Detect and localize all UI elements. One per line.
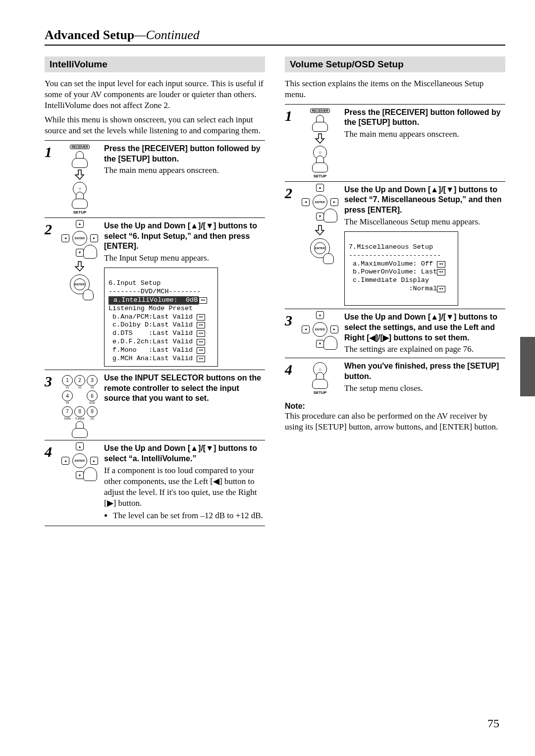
- step-instruction: Use the INPUT SELECTOR buttons on the re…: [104, 373, 265, 404]
- intro-para-2: While this menu is shown onscreen, you c…: [45, 114, 265, 136]
- header-title: Advanced Setup: [45, 28, 134, 42]
- left-step-1: 1 RECEIVER ○ SETUP Press the [RECEIVER: [45, 140, 265, 215]
- enter-button-icon: ENTER: [72, 453, 87, 468]
- step-icon-setup: ○ SETUP: [298, 361, 342, 395]
- page-number: 75: [487, 717, 499, 730]
- setup-label: SETUP: [314, 174, 327, 178]
- step-icon-receiver-setup: RECEIVER ○ SETUP: [298, 108, 342, 178]
- step-icon-receiver-setup: RECEIVER ○ SETUP: [57, 144, 102, 215]
- step-icon-dpad-enter: ▴ ▾ ◂ ▸ ENTER ENTER: [298, 185, 342, 259]
- step-number: 4: [45, 443, 57, 459]
- dpad-icon: ▴ ▾ ◂ ▸ ENTER: [305, 314, 335, 345]
- arrow-down-icon: [74, 261, 85, 271]
- page: Advanced Setup—Continued IntelliVolume Y…: [0, 0, 535, 546]
- step-number: 1: [45, 144, 57, 160]
- step-number: 4: [285, 361, 298, 377]
- left-step-4: 4 ▴ ▾ ◂ ▸ ENTER Use the Up and Down [▲]/…: [45, 440, 265, 526]
- lcd-misc-setup: 7.Miscellaneous Setup ------------------…: [344, 231, 458, 306]
- hand-icon: [72, 151, 88, 167]
- step-icon-dpad: ▴ ▾ ◂ ▸ ENTER: [298, 312, 342, 346]
- right-step-2: 2 ▴ ▾ ◂ ▸ ENTER: [285, 181, 505, 306]
- right-column: Volume Setup/OSD Setup This section expl…: [285, 56, 505, 526]
- step-bullets: The level can be set from –12 dB to +12 …: [104, 511, 265, 521]
- step-number: 2: [45, 221, 57, 237]
- right-step-3: 3 ▴ ▾ ◂ ▸ ENTER Use the Up and Down [▲]/…: [285, 309, 505, 355]
- dpad-icon: ▴ ▾ ◂ ▸ ENTER: [64, 445, 95, 476]
- step-number: 1: [285, 108, 298, 123]
- enter-icon: ENTER: [310, 238, 330, 258]
- hand-icon: [83, 245, 97, 259]
- enter-button-icon: ENTER: [72, 231, 87, 246]
- step-detail: The main menu appears onscreen.: [104, 165, 265, 176]
- arrow-down-icon: [315, 133, 325, 144]
- step-number: 3: [285, 312, 298, 328]
- step-detail: The Input Setup menu appears.: [104, 253, 265, 264]
- left-column: IntelliVolume You can set the input leve…: [45, 56, 265, 526]
- hand-icon: [72, 192, 88, 208]
- hand-icon: [323, 209, 337, 222]
- dpad-icon: ▴ ▾ ◂ ▸ ENTER: [305, 187, 335, 217]
- left-step-3: 3 123 V1V2V3 456 V4DVD 789 TAPETUNERCD U…: [45, 370, 265, 437]
- step-detail: If a component is too loud compared to y…: [104, 465, 265, 509]
- section-title-volume-osd: Volume Setup/OSD Setup: [285, 56, 505, 72]
- receiver-button-icon: RECEIVER: [70, 145, 89, 149]
- step-instruction: Use the Up and Down [▲]/[▼] buttons to s…: [344, 185, 505, 216]
- step-instruction: Press the [RECEIVER] button followed by …: [344, 108, 505, 128]
- right-step-4: 4 ○ SETUP When you've finished, press th…: [285, 358, 505, 395]
- arrow-down-icon: [74, 169, 85, 180]
- hand-icon: [323, 336, 337, 350]
- step-detail: The setup menu closes.: [344, 383, 505, 394]
- step-icon-dpad: ▴ ▾ ◂ ▸ ENTER: [57, 443, 102, 477]
- enter-button-icon: ENTER: [313, 322, 327, 337]
- bullet-item: The level can be set from –12 dB to +12 …: [113, 511, 265, 521]
- step-instruction: Use the Up and Down [▲]/[▼] buttons to s…: [344, 312, 505, 343]
- receiver-button-icon: RECEIVER: [310, 108, 329, 113]
- left-step-2: 2 ▴ ▾ ◂ ▸ ENTER: [45, 217, 265, 367]
- step-icon-dpad-enter: ▴ ▾ ◂ ▸ ENTER ENTER: [57, 221, 102, 295]
- section-title-intellivolume: IntelliVolume: [45, 56, 265, 72]
- side-tab: [520, 337, 535, 396]
- hand-icon: [72, 421, 88, 437]
- step-instruction: Press the [RECEIVER] button followed by …: [104, 144, 265, 164]
- arrow-down-icon: [315, 224, 325, 235]
- setup-label: SETUP: [314, 390, 327, 395]
- enter-button-icon: ENTER: [313, 195, 327, 210]
- page-header: Advanced Setup—Continued: [45, 28, 505, 46]
- lcd-input-setup: 6.Input Setup --------DVD/MCH-------- a.…: [104, 268, 218, 367]
- step-instruction: Use the Up and Down [▲]/[▼] buttons to s…: [104, 443, 265, 464]
- step-icon-numpad: 123 V1V2V3 456 V4DVD 789 TAPETUNERCD: [57, 373, 102, 437]
- columns: IntelliVolume You can set the input leve…: [45, 56, 505, 526]
- step-instruction: When you've finished, press the [SETUP] …: [344, 361, 505, 382]
- numpad-icon: 123 V1V2V3 456 V4DVD 789 TAPETUNERCD: [57, 375, 102, 421]
- note-text: This procedure can also be performed on …: [285, 411, 505, 432]
- hand-icon: [83, 467, 97, 481]
- enter-icon: ENTER: [70, 274, 90, 294]
- hand-icon: [312, 156, 328, 171]
- step-number: 2: [285, 185, 298, 201]
- hand-icon: [312, 115, 328, 131]
- dpad-icon: ▴ ▾ ◂ ▸ ENTER: [64, 223, 95, 254]
- intro-para-1: You can set the input level for each inp…: [45, 78, 265, 110]
- note-label: Note:: [285, 402, 505, 411]
- header-continued: —Continued: [134, 28, 199, 42]
- hand-icon: [83, 289, 94, 300]
- intro-para: This section explains the items on the M…: [285, 78, 505, 100]
- step-detail: The main menu appears onscreen.: [344, 129, 505, 140]
- hand-icon: [323, 253, 334, 264]
- right-step-1: 1 RECEIVER ○ SETUP Press the [RECEIVER: [285, 104, 505, 178]
- step-detail: The settings are explained on page 76.: [344, 344, 505, 355]
- step-detail: The Miscellaneous Setup menu appears.: [344, 216, 505, 227]
- step-instruction: Use the Up and Down [▲]/[▼] buttons to s…: [104, 221, 265, 252]
- setup-label: SETUP: [73, 210, 87, 215]
- hand-icon: [312, 372, 328, 388]
- step-number: 3: [45, 373, 57, 389]
